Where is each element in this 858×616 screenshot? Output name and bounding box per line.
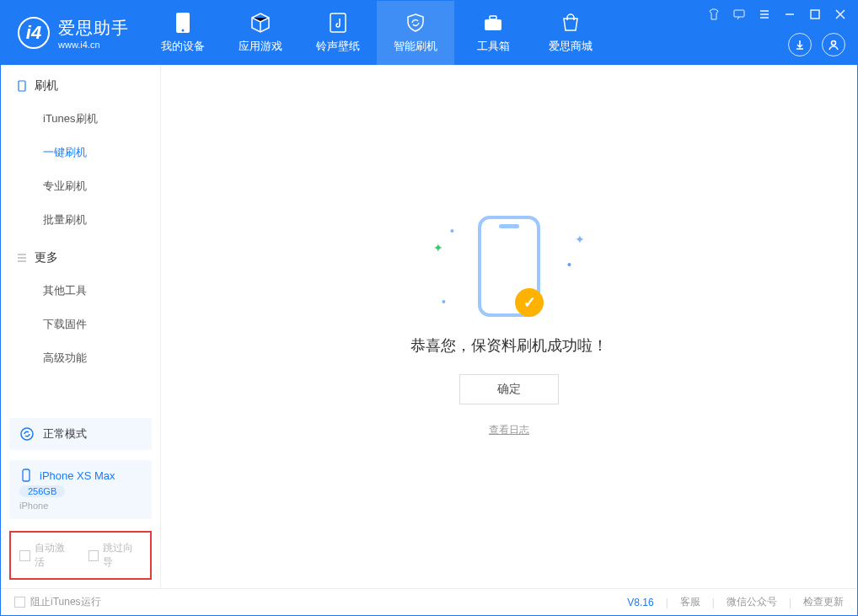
svg-rect-8 <box>19 81 25 91</box>
view-log-link[interactable]: 查看日志 <box>489 423 529 437</box>
device-mode-card[interactable]: 正常模式 <box>9 418 152 450</box>
flash-options-box: 自动激活 跳过向导 <box>9 531 152 580</box>
svg-rect-3 <box>485 19 501 30</box>
nav-tab-ringtone-wallpaper[interactable]: 铃声壁纸 <box>299 1 377 65</box>
sidebar-item-pro-flash[interactable]: 专业刷机 <box>1 169 160 203</box>
ok-button[interactable]: 确定 <box>459 374 559 404</box>
nav-label: 爱思商城 <box>549 39 593 54</box>
success-illustration: ✦ • ✦ • • ✓ <box>458 216 560 317</box>
checkbox-block-itunes[interactable]: 阻止iTunes运行 <box>14 595 101 609</box>
device-icon <box>19 469 33 482</box>
sidebar-item-itunes-flash[interactable]: iTunes刷机 <box>1 102 160 136</box>
checkbox-label: 自动激活 <box>35 541 73 570</box>
close-button[interactable] <box>832 6 849 23</box>
svg-rect-6 <box>811 10 819 19</box>
music-file-icon <box>327 12 349 34</box>
nav-tab-apps-games[interactable]: 应用游戏 <box>222 1 299 65</box>
separator: | <box>712 597 715 608</box>
svg-point-7 <box>832 41 836 46</box>
checkbox-auto-activate[interactable]: 自动激活 <box>19 541 73 570</box>
nav-label: 智能刷机 <box>394 39 437 54</box>
group-title: 更多 <box>35 250 58 265</box>
app-logo: i4 爱思助手 www.i4.cn <box>1 1 144 65</box>
svg-point-1 <box>182 29 185 32</box>
list-icon <box>16 252 28 264</box>
sidebar-item-oneclick-flash[interactable]: 一键刷机 <box>1 136 160 169</box>
menu-icon[interactable] <box>756 6 773 23</box>
phone-outline-icon: ✓ <box>478 216 540 317</box>
user-account-button[interactable] <box>822 33 845 56</box>
svg-rect-5 <box>734 10 744 17</box>
checkbox-skip-guide[interactable]: 跳过向导 <box>88 541 142 570</box>
refresh-shield-icon <box>405 12 426 34</box>
nav-label: 我的设备 <box>161 39 205 54</box>
nav-tab-my-device[interactable]: 我的设备 <box>144 1 222 65</box>
phone-icon <box>16 80 28 92</box>
sidebar-item-download-firmware[interactable]: 下载固件 <box>1 308 160 341</box>
device-card[interactable]: iPhone XS Max 256GB iPhone <box>9 460 152 519</box>
device-storage-badge: 256GB <box>19 485 65 497</box>
sidebar-group-flash: 刷机 <box>1 65 160 102</box>
group-title: 刷机 <box>35 78 58 94</box>
status-link-check-update[interactable]: 检查更新 <box>803 595 844 609</box>
download-manager-button[interactable] <box>788 33 812 56</box>
device-name: iPhone XS Max <box>40 469 115 482</box>
nav-label: 铃声壁纸 <box>316 39 360 54</box>
skin-icon[interactable] <box>705 6 722 23</box>
cube-icon <box>249 12 271 34</box>
mode-label: 正常模式 <box>43 426 87 442</box>
checkbox-label: 阻止iTunes运行 <box>30 595 101 609</box>
checkbox-icon <box>14 597 25 608</box>
toolbox-icon <box>482 12 504 34</box>
svg-rect-4 <box>490 16 496 19</box>
sync-icon <box>19 426 35 442</box>
svg-rect-10 <box>23 469 29 481</box>
separator: | <box>789 597 791 608</box>
nav-tab-store[interactable]: 爱思商城 <box>532 1 609 65</box>
status-link-wechat[interactable]: 微信公众号 <box>727 595 777 609</box>
svg-point-9 <box>21 428 33 440</box>
app-name-cn: 爱思助手 <box>58 17 129 40</box>
separator: | <box>666 597 668 608</box>
device-type: iPhone <box>19 501 48 511</box>
sidebar-item-batch-flash[interactable]: 批量刷机 <box>1 203 160 237</box>
nav-tab-smart-flash[interactable]: 智能刷机 <box>377 1 454 65</box>
sidebar-item-other-tools[interactable]: 其他工具 <box>1 274 160 308</box>
checkbox-label: 跳过向导 <box>103 541 142 570</box>
svg-rect-2 <box>330 13 346 32</box>
feedback-icon[interactable] <box>731 6 748 23</box>
logo-icon: i4 <box>18 17 50 49</box>
checkmark-badge-icon: ✓ <box>515 288 544 317</box>
minimize-button[interactable] <box>781 6 798 23</box>
status-link-support[interactable]: 客服 <box>680 595 700 609</box>
sidebar-item-advanced[interactable]: 高级功能 <box>1 341 160 375</box>
version-label: V8.16 <box>627 597 653 608</box>
store-icon <box>560 12 582 34</box>
checkbox-icon <box>88 550 99 561</box>
nav-label: 工具箱 <box>477 39 510 54</box>
nav-tab-toolbox[interactable]: 工具箱 <box>454 1 532 65</box>
sidebar-group-more: 更多 <box>1 237 160 274</box>
device-icon <box>172 12 194 34</box>
maximize-button[interactable] <box>807 6 823 23</box>
nav-label: 应用游戏 <box>239 39 282 54</box>
app-name-en: www.i4.cn <box>58 40 129 50</box>
success-message: 恭喜您，保资料刷机成功啦！ <box>410 335 608 356</box>
checkbox-icon <box>19 550 30 561</box>
